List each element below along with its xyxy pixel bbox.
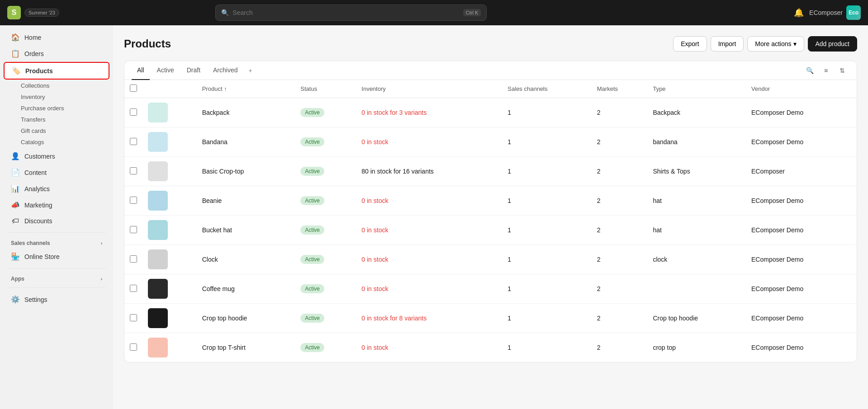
product-name-cell: Basic Crop-top xyxy=(197,157,295,186)
product-name-cell: Coffee mug xyxy=(197,274,295,304)
row-checkbox[interactable] xyxy=(130,343,137,351)
sidebar-item-discounts[interactable]: 🏷 Discounts xyxy=(4,213,109,229)
table-row[interactable]: Crop top hoodie Active 0 in stock for 8 … xyxy=(124,304,857,333)
row-checkbox[interactable] xyxy=(130,255,137,263)
tab-active[interactable]: Active xyxy=(152,61,180,80)
search-input[interactable] xyxy=(232,9,460,16)
product-name-column-header[interactable]: Product ↑ xyxy=(197,80,295,98)
markets-cell: 2 xyxy=(592,245,648,274)
sales-channels-cell: 1 xyxy=(502,216,591,245)
select-all-header xyxy=(124,80,142,98)
import-button[interactable]: Import xyxy=(711,36,744,52)
tab-all[interactable]: All xyxy=(132,61,150,80)
search-bar[interactable]: 🔍 Ctrl K xyxy=(215,5,487,21)
sidebar-label-settings: Settings xyxy=(24,296,47,303)
status-cell: Active xyxy=(295,186,356,216)
sidebar-item-transfers[interactable]: Transfers xyxy=(21,114,113,125)
row-checkbox[interactable] xyxy=(130,197,137,204)
products-table-card: All Active Draft Archived + 🔍 ≡ ⇅ xyxy=(124,61,857,362)
status-cell: Active xyxy=(295,333,356,362)
sales-channels-chevron[interactable]: › xyxy=(101,241,102,246)
discounts-icon: 🏷 xyxy=(11,217,20,225)
tab-archived[interactable]: Archived xyxy=(208,61,243,80)
product-name: Backpack xyxy=(202,109,230,116)
status-cell: Active xyxy=(295,127,356,157)
sidebar-item-orders[interactable]: 📋 Orders xyxy=(4,46,109,61)
row-checkbox-cell xyxy=(124,216,142,245)
apps-chevron[interactable]: › xyxy=(101,277,102,282)
type-column-header: Type xyxy=(647,80,746,98)
sales-channels-cell: 1 xyxy=(502,304,591,333)
sidebar-item-customers[interactable]: 👤 Customers xyxy=(4,148,109,164)
product-name: Coffee mug xyxy=(202,285,235,292)
table-row[interactable]: Backpack Active 0 in stock for 3 variant… xyxy=(124,98,857,127)
user-badge[interactable]: EComposer Eco xyxy=(809,5,861,20)
product-name: Basic Crop-top xyxy=(202,168,244,175)
status-cell: Active xyxy=(295,216,356,245)
status-column-header: Status xyxy=(295,80,356,98)
sidebar-label-content: Content xyxy=(24,169,47,176)
row-checkbox[interactable] xyxy=(130,138,137,145)
filter-button[interactable]: ≡ xyxy=(819,63,833,78)
status-cell: Active xyxy=(295,274,356,304)
markets-cell: 2 xyxy=(592,186,648,216)
type-cell: clock xyxy=(647,245,746,274)
user-name: EComposer xyxy=(809,9,843,16)
tab-draft[interactable]: Draft xyxy=(181,61,206,80)
products-submenu: Collections Inventory Purchase orders Tr… xyxy=(0,80,113,148)
sales-channels-cell: 1 xyxy=(502,333,591,362)
row-checkbox[interactable] xyxy=(130,108,137,116)
notifications-icon[interactable]: 🔔 xyxy=(794,8,804,18)
sidebar-item-home[interactable]: 🏠 Home xyxy=(4,29,109,45)
add-tab-button[interactable]: + xyxy=(245,61,256,80)
row-checkbox[interactable] xyxy=(130,314,137,321)
more-actions-button[interactable]: More actions ▾ xyxy=(747,36,804,52)
sidebar-item-content[interactable]: 📄 Content xyxy=(4,165,109,180)
table-row[interactable]: Basic Crop-top Active 80 in stock for 16… xyxy=(124,157,857,186)
product-thumbnail xyxy=(148,308,168,328)
inventory-value: 0 in stock xyxy=(361,285,388,292)
sidebar-item-purchase-orders[interactable]: Purchase orders xyxy=(21,103,113,114)
sidebar-divider-2 xyxy=(7,268,106,268)
status-badge: Active xyxy=(300,343,324,352)
table-row[interactable]: Beanie Active 0 in stock 1 2 hat ECompos… xyxy=(124,186,857,216)
sales-channels-cell: 1 xyxy=(502,245,591,274)
product-name-cell: Crop top T-shirt xyxy=(197,333,295,362)
table-row[interactable]: Coffee mug Active 0 in stock 1 2 ECompos… xyxy=(124,274,857,304)
sidebar-item-collections[interactable]: Collections xyxy=(21,80,113,91)
sidebar-item-gift-cards[interactable]: Gift cards xyxy=(21,125,113,136)
sidebar-divider-3 xyxy=(7,287,106,288)
sidebar-item-online-store[interactable]: 🏪 Online Store xyxy=(4,249,109,264)
sidebar-item-settings[interactable]: ⚙️ Settings xyxy=(4,291,109,307)
status-cell: Active xyxy=(295,245,356,274)
topnav-right: 🔔 EComposer Eco xyxy=(794,5,861,20)
table-row[interactable]: Clock Active 0 in stock 1 2 clock ECompo… xyxy=(124,245,857,274)
row-checkbox[interactable] xyxy=(130,226,137,233)
sidebar-item-products[interactable]: 🏷️ Products xyxy=(4,62,109,80)
row-checkbox[interactable] xyxy=(130,285,137,292)
table-row[interactable]: Bucket hat Active 0 in stock 1 2 hat ECo… xyxy=(124,216,857,245)
row-checkbox-cell xyxy=(124,333,142,362)
search-shortcut: Ctrl K xyxy=(463,9,481,16)
sales-channels-cell: 1 xyxy=(502,98,591,127)
product-name-cell: Beanie xyxy=(197,186,295,216)
logo-area[interactable]: S Summer '23 xyxy=(7,6,59,19)
select-all-checkbox[interactable] xyxy=(130,85,137,92)
sidebar-item-inventory[interactable]: Inventory xyxy=(21,91,113,103)
row-checkbox[interactable] xyxy=(130,167,137,174)
row-checkbox-cell xyxy=(124,304,142,333)
add-product-button[interactable]: Add product xyxy=(808,36,858,52)
sidebar-item-marketing[interactable]: 📣 Marketing xyxy=(4,197,109,213)
inventory-value: 0 in stock xyxy=(361,226,388,234)
product-thumb-cell xyxy=(142,186,197,216)
apps-section: Apps › xyxy=(0,272,113,284)
sort-button[interactable]: ⇅ xyxy=(835,63,849,78)
export-button[interactable]: Export xyxy=(673,36,707,52)
status-cell: Active xyxy=(295,98,356,127)
table-row[interactable]: Crop top T-shirt Active 0 in stock 1 2 c… xyxy=(124,333,857,362)
search-table-button[interactable]: 🔍 xyxy=(802,63,817,78)
sidebar-item-analytics[interactable]: 📊 Analytics xyxy=(4,181,109,197)
sidebar-item-catalogs[interactable]: Catalogs xyxy=(21,136,113,148)
vendor-cell: EComposer Demo xyxy=(746,216,857,245)
table-row[interactable]: Bandana Active 0 in stock 1 2 bandana EC… xyxy=(124,127,857,157)
